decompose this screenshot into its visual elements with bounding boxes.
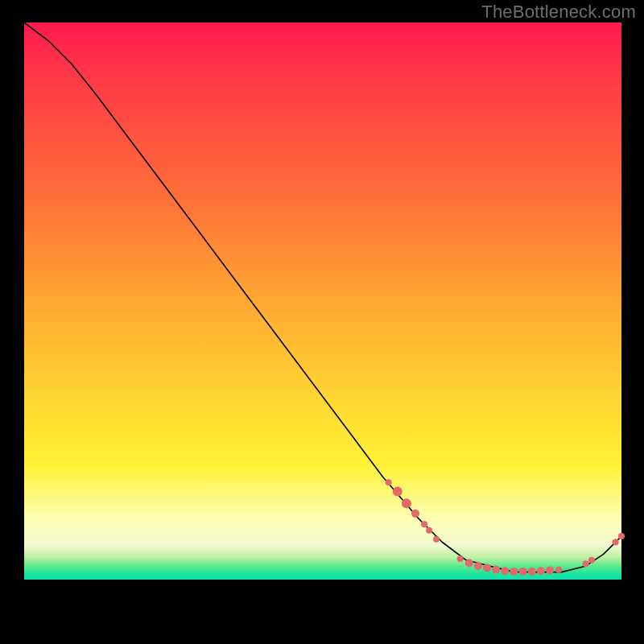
data-marker [433, 536, 440, 543]
data-marker [528, 568, 536, 576]
data-marker [426, 527, 432, 534]
data-marker [583, 560, 589, 567]
data-marker [457, 555, 464, 562]
data-marker [519, 568, 527, 576]
curve-svg [24, 23, 621, 620]
data-marker [618, 533, 625, 539]
data-marker [421, 521, 427, 527]
data-marker [492, 566, 500, 574]
data-marker [393, 487, 402, 497]
data-marker [555, 567, 562, 573]
data-marker [411, 510, 419, 518]
data-marker [386, 479, 392, 485]
chart-frame: TheBottleneck.com [0, 0, 644, 644]
data-marker [465, 559, 473, 568]
data-marker [537, 567, 545, 575]
plot-area [24, 23, 621, 620]
data-marker [613, 539, 619, 546]
data-marker [483, 564, 491, 572]
data-marker [588, 557, 595, 564]
data-marker [501, 567, 509, 575]
watermark-text: TheBottleneck.com [481, 2, 636, 23]
data-marker [546, 566, 554, 574]
bottleneck-curve [24, 23, 621, 572]
data-marker [474, 562, 482, 570]
marker-group [386, 479, 625, 576]
data-marker [510, 568, 518, 576]
data-marker [402, 498, 411, 508]
